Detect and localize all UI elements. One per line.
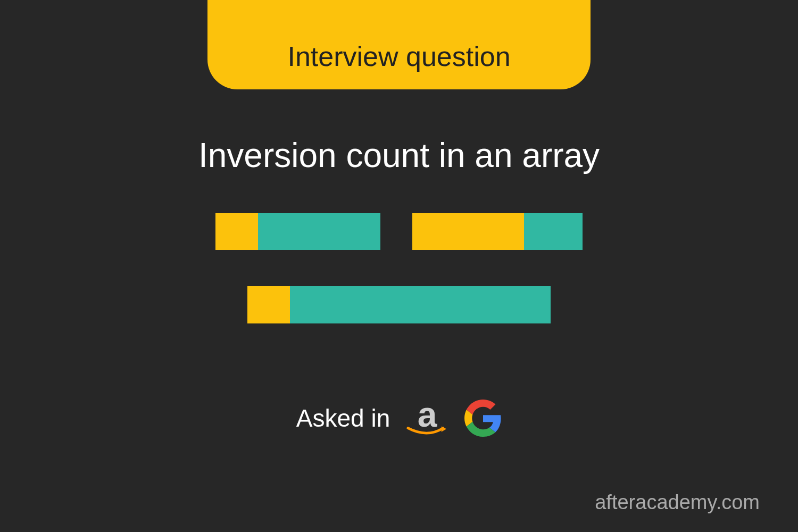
amazon-icon: a bbox=[408, 404, 446, 443]
bar-segment-yellow bbox=[412, 213, 524, 250]
diagram bbox=[0, 213, 798, 360]
header-tab-label: Interview question bbox=[287, 40, 510, 72]
bar-segment-yellow bbox=[247, 286, 290, 323]
header-tab: Interview question bbox=[207, 0, 591, 89]
bar-segment-teal bbox=[524, 213, 583, 250]
footer-site: afteracademy.com bbox=[595, 491, 760, 514]
asked-in-row: Asked in a bbox=[0, 394, 798, 443]
amazon-smile-icon bbox=[406, 426, 448, 437]
asked-in-label: Asked in bbox=[296, 404, 390, 433]
bar-left bbox=[215, 213, 380, 250]
bar-merged bbox=[247, 286, 551, 323]
bar-row-top bbox=[0, 213, 798, 250]
bar-right bbox=[412, 213, 583, 250]
bar-segment-teal bbox=[290, 286, 551, 323]
bar-segment-yellow bbox=[215, 213, 258, 250]
question-title: Inversion count in an array bbox=[0, 136, 798, 175]
bar-row-bottom bbox=[0, 286, 798, 323]
bar-segment-teal bbox=[258, 213, 380, 250]
google-icon bbox=[464, 400, 502, 437]
